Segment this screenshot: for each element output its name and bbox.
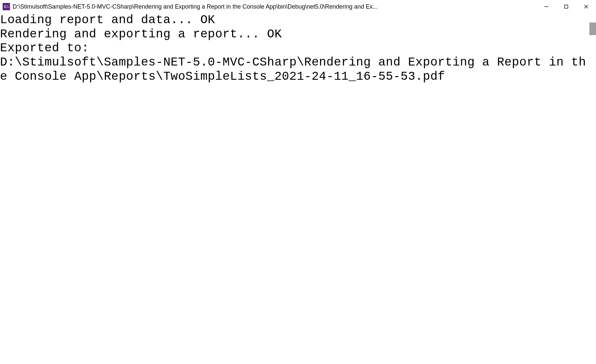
maximize-button[interactable] (556, 0, 576, 13)
maximize-icon (564, 4, 569, 9)
close-button[interactable] (576, 0, 596, 13)
window-controls (536, 0, 596, 13)
minimize-icon (544, 4, 549, 9)
svg-rect-1 (565, 5, 568, 8)
console-area: Loading report and data... OK Rendering … (0, 13, 596, 364)
scrollbar-thumb[interactable] (589, 23, 596, 35)
console-app-icon: C:\ (3, 3, 10, 10)
minimize-button[interactable] (536, 0, 556, 13)
close-icon (584, 4, 588, 9)
console-output: Loading report and data... OK Rendering … (0, 13, 596, 84)
window-title: D:\Stimulsoft\Samples-NET-5.0-MVC-CSharp… (13, 3, 536, 10)
titlebar[interactable]: C:\ D:\Stimulsoft\Samples-NET-5.0-MVC-CS… (0, 0, 596, 13)
